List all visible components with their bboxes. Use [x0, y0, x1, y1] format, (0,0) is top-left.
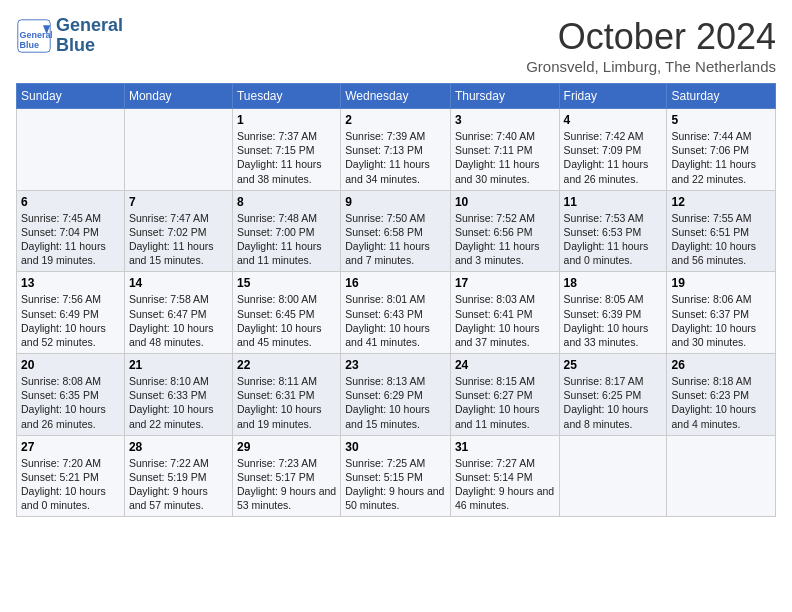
day-number: 7: [129, 195, 228, 209]
calendar-cell: 28Sunrise: 7:22 AM Sunset: 5:19 PM Dayli…: [124, 435, 232, 517]
day-info: Sunrise: 8:06 AM Sunset: 6:37 PM Dayligh…: [671, 292, 771, 349]
day-number: 29: [237, 440, 336, 454]
day-info: Sunrise: 7:25 AM Sunset: 5:15 PM Dayligh…: [345, 456, 446, 513]
weekday-header-row: SundayMondayTuesdayWednesdayThursdayFrid…: [17, 84, 776, 109]
calendar-cell: [124, 109, 232, 191]
day-info: Sunrise: 8:08 AM Sunset: 6:35 PM Dayligh…: [21, 374, 120, 431]
day-number: 12: [671, 195, 771, 209]
calendar-cell: 27Sunrise: 7:20 AM Sunset: 5:21 PM Dayli…: [17, 435, 125, 517]
logo: General Blue General Blue: [16, 16, 123, 56]
calendar-cell: 5Sunrise: 7:44 AM Sunset: 7:06 PM Daylig…: [667, 109, 776, 191]
day-number: 30: [345, 440, 446, 454]
calendar-cell: 16Sunrise: 8:01 AM Sunset: 6:43 PM Dayli…: [341, 272, 451, 354]
day-info: Sunrise: 7:58 AM Sunset: 6:47 PM Dayligh…: [129, 292, 228, 349]
month-title: October 2024: [526, 16, 776, 58]
day-number: 9: [345, 195, 446, 209]
calendar-cell: 21Sunrise: 8:10 AM Sunset: 6:33 PM Dayli…: [124, 354, 232, 436]
weekday-header: Wednesday: [341, 84, 451, 109]
day-info: Sunrise: 7:44 AM Sunset: 7:06 PM Dayligh…: [671, 129, 771, 186]
calendar-cell: 7Sunrise: 7:47 AM Sunset: 7:02 PM Daylig…: [124, 190, 232, 272]
day-number: 21: [129, 358, 228, 372]
day-info: Sunrise: 7:55 AM Sunset: 6:51 PM Dayligh…: [671, 211, 771, 268]
calendar-cell: 8Sunrise: 7:48 AM Sunset: 7:00 PM Daylig…: [232, 190, 340, 272]
weekday-header: Sunday: [17, 84, 125, 109]
day-number: 6: [21, 195, 120, 209]
logo-text: General Blue: [56, 16, 123, 56]
calendar-cell: [559, 435, 667, 517]
weekday-header: Saturday: [667, 84, 776, 109]
calendar-cell: 31Sunrise: 7:27 AM Sunset: 5:14 PM Dayli…: [450, 435, 559, 517]
calendar-week-row: 13Sunrise: 7:56 AM Sunset: 6:49 PM Dayli…: [17, 272, 776, 354]
logo-line2: Blue: [56, 36, 123, 56]
calendar-week-row: 6Sunrise: 7:45 AM Sunset: 7:04 PM Daylig…: [17, 190, 776, 272]
day-info: Sunrise: 7:20 AM Sunset: 5:21 PM Dayligh…: [21, 456, 120, 513]
day-number: 25: [564, 358, 663, 372]
logo-line1: General: [56, 16, 123, 36]
calendar-cell: 1Sunrise: 7:37 AM Sunset: 7:15 PM Daylig…: [232, 109, 340, 191]
day-info: Sunrise: 8:05 AM Sunset: 6:39 PM Dayligh…: [564, 292, 663, 349]
day-info: Sunrise: 7:22 AM Sunset: 5:19 PM Dayligh…: [129, 456, 228, 513]
calendar-cell: 24Sunrise: 8:15 AM Sunset: 6:27 PM Dayli…: [450, 354, 559, 436]
day-number: 23: [345, 358, 446, 372]
day-info: Sunrise: 7:23 AM Sunset: 5:17 PM Dayligh…: [237, 456, 336, 513]
day-number: 24: [455, 358, 555, 372]
calendar-cell: 20Sunrise: 8:08 AM Sunset: 6:35 PM Dayli…: [17, 354, 125, 436]
calendar-cell: 17Sunrise: 8:03 AM Sunset: 6:41 PM Dayli…: [450, 272, 559, 354]
day-number: 14: [129, 276, 228, 290]
day-number: 5: [671, 113, 771, 127]
day-info: Sunrise: 8:17 AM Sunset: 6:25 PM Dayligh…: [564, 374, 663, 431]
day-info: Sunrise: 8:10 AM Sunset: 6:33 PM Dayligh…: [129, 374, 228, 431]
day-number: 1: [237, 113, 336, 127]
day-info: Sunrise: 7:48 AM Sunset: 7:00 PM Dayligh…: [237, 211, 336, 268]
day-info: Sunrise: 8:11 AM Sunset: 6:31 PM Dayligh…: [237, 374, 336, 431]
calendar-week-row: 1Sunrise: 7:37 AM Sunset: 7:15 PM Daylig…: [17, 109, 776, 191]
day-number: 20: [21, 358, 120, 372]
day-info: Sunrise: 7:39 AM Sunset: 7:13 PM Dayligh…: [345, 129, 446, 186]
day-number: 19: [671, 276, 771, 290]
calendar-cell: 22Sunrise: 8:11 AM Sunset: 6:31 PM Dayli…: [232, 354, 340, 436]
calendar-cell: 30Sunrise: 7:25 AM Sunset: 5:15 PM Dayli…: [341, 435, 451, 517]
day-number: 16: [345, 276, 446, 290]
day-number: 3: [455, 113, 555, 127]
day-info: Sunrise: 7:47 AM Sunset: 7:02 PM Dayligh…: [129, 211, 228, 268]
day-info: Sunrise: 7:45 AM Sunset: 7:04 PM Dayligh…: [21, 211, 120, 268]
day-number: 26: [671, 358, 771, 372]
calendar-cell: 12Sunrise: 7:55 AM Sunset: 6:51 PM Dayli…: [667, 190, 776, 272]
day-info: Sunrise: 7:56 AM Sunset: 6:49 PM Dayligh…: [21, 292, 120, 349]
calendar-cell: 18Sunrise: 8:05 AM Sunset: 6:39 PM Dayli…: [559, 272, 667, 354]
calendar-cell: 13Sunrise: 7:56 AM Sunset: 6:49 PM Dayli…: [17, 272, 125, 354]
calendar-cell: 3Sunrise: 7:40 AM Sunset: 7:11 PM Daylig…: [450, 109, 559, 191]
day-info: Sunrise: 7:27 AM Sunset: 5:14 PM Dayligh…: [455, 456, 555, 513]
calendar-cell: 10Sunrise: 7:52 AM Sunset: 6:56 PM Dayli…: [450, 190, 559, 272]
day-info: Sunrise: 7:42 AM Sunset: 7:09 PM Dayligh…: [564, 129, 663, 186]
calendar-cell: 26Sunrise: 8:18 AM Sunset: 6:23 PM Dayli…: [667, 354, 776, 436]
title-block: October 2024 Gronsveld, Limburg, The Net…: [526, 16, 776, 75]
day-number: 15: [237, 276, 336, 290]
day-info: Sunrise: 7:53 AM Sunset: 6:53 PM Dayligh…: [564, 211, 663, 268]
day-info: Sunrise: 8:18 AM Sunset: 6:23 PM Dayligh…: [671, 374, 771, 431]
day-info: Sunrise: 7:37 AM Sunset: 7:15 PM Dayligh…: [237, 129, 336, 186]
day-info: Sunrise: 7:50 AM Sunset: 6:58 PM Dayligh…: [345, 211, 446, 268]
day-number: 8: [237, 195, 336, 209]
weekday-header: Tuesday: [232, 84, 340, 109]
day-info: Sunrise: 8:13 AM Sunset: 6:29 PM Dayligh…: [345, 374, 446, 431]
calendar-week-row: 27Sunrise: 7:20 AM Sunset: 5:21 PM Dayli…: [17, 435, 776, 517]
logo-icon: General Blue: [16, 18, 52, 54]
day-info: Sunrise: 8:00 AM Sunset: 6:45 PM Dayligh…: [237, 292, 336, 349]
calendar-cell: 15Sunrise: 8:00 AM Sunset: 6:45 PM Dayli…: [232, 272, 340, 354]
day-info: Sunrise: 8:15 AM Sunset: 6:27 PM Dayligh…: [455, 374, 555, 431]
day-number: 11: [564, 195, 663, 209]
day-info: Sunrise: 8:03 AM Sunset: 6:41 PM Dayligh…: [455, 292, 555, 349]
weekday-header: Thursday: [450, 84, 559, 109]
calendar-cell: 23Sunrise: 8:13 AM Sunset: 6:29 PM Dayli…: [341, 354, 451, 436]
weekday-header: Friday: [559, 84, 667, 109]
svg-text:Blue: Blue: [20, 39, 40, 49]
calendar-cell: [667, 435, 776, 517]
calendar-cell: 14Sunrise: 7:58 AM Sunset: 6:47 PM Dayli…: [124, 272, 232, 354]
calendar-cell: 2Sunrise: 7:39 AM Sunset: 7:13 PM Daylig…: [341, 109, 451, 191]
calendar-cell: 19Sunrise: 8:06 AM Sunset: 6:37 PM Dayli…: [667, 272, 776, 354]
day-number: 31: [455, 440, 555, 454]
day-info: Sunrise: 8:01 AM Sunset: 6:43 PM Dayligh…: [345, 292, 446, 349]
calendar-cell: 9Sunrise: 7:50 AM Sunset: 6:58 PM Daylig…: [341, 190, 451, 272]
day-number: 22: [237, 358, 336, 372]
